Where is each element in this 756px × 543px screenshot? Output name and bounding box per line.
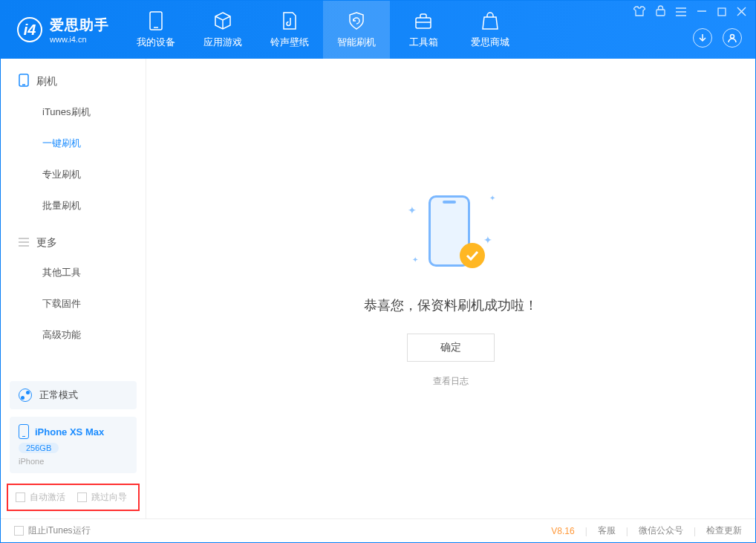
tab-label: 爱思商城 xyxy=(471,36,509,49)
nav-tabs: 我的设备 应用游戏 铃声壁纸 智能刷机 工具箱 爱思商城 xyxy=(123,1,524,59)
sparkle-icon: ✦ xyxy=(483,234,492,246)
group-label: 刷机 xyxy=(36,75,57,88)
user-button[interactable] xyxy=(723,28,742,48)
menu-icon[interactable] xyxy=(676,6,686,19)
success-check-badge-icon xyxy=(460,243,485,268)
svg-point-13 xyxy=(731,35,734,39)
device-icon xyxy=(19,74,29,89)
separator: | xyxy=(694,526,696,536)
sparkle-icon: ✦ xyxy=(408,204,417,216)
app-window: i4 爱思助手 www.i4.cn 我的设备 应用游戏 铃声壁纸 智能刷机 xyxy=(0,0,756,543)
wechat-link[interactable]: 微信公众号 xyxy=(639,524,683,537)
check-update-link[interactable]: 检查更新 xyxy=(706,524,742,537)
tab-label: 我的设备 xyxy=(137,36,175,49)
list-icon xyxy=(19,237,29,249)
sidebar-item-batch-flash[interactable]: 批量刷机 xyxy=(1,190,146,221)
group-label: 更多 xyxy=(36,236,57,250)
support-link[interactable]: 客服 xyxy=(598,524,616,537)
device-name: iPhone XS Max xyxy=(35,426,104,438)
checkbox-label: 跳过向导 xyxy=(91,491,127,504)
tab-store[interactable]: 爱思商城 xyxy=(457,1,524,59)
tab-toolbox[interactable]: 工具箱 xyxy=(390,1,457,59)
statusbar: 阻止iTunes运行 V8.16 | 客服 | 微信公众号 | 检查更新 xyxy=(1,518,755,542)
device-mode-row[interactable]: 正常模式 xyxy=(10,381,137,409)
sidebar-item-itunes-flash[interactable]: iTunes刷机 xyxy=(1,97,146,128)
tshirt-icon[interactable] xyxy=(633,6,645,19)
device-name-row: iPhone XS Max xyxy=(19,424,128,439)
close-button[interactable] xyxy=(737,6,746,19)
tab-label: 应用游戏 xyxy=(203,36,242,49)
tab-label: 铃声壁纸 xyxy=(270,36,309,49)
device-panel: 正常模式 iPhone XS Max 256GB iPhone xyxy=(10,381,137,484)
svg-rect-2 xyxy=(416,18,431,28)
flash-options-box: 自动激活 跳过向导 xyxy=(7,484,140,511)
sparkle-icon: ✦ xyxy=(412,256,418,264)
checkbox-block-itunes[interactable]: 阻止iTunes运行 xyxy=(14,524,91,537)
checkbox-icon xyxy=(14,526,24,536)
tab-apps-games[interactable]: 应用游戏 xyxy=(189,1,256,59)
checkbox-icon xyxy=(16,492,25,502)
sidebar-group-more: 更多 xyxy=(1,221,146,257)
body: 刷机 iTunes刷机 一键刷机 专业刷机 批量刷机 更多 其他工具 下载固件 … xyxy=(1,59,755,518)
titlebar: i4 爱思助手 www.i4.cn 我的设备 应用游戏 铃声壁纸 智能刷机 xyxy=(1,1,755,59)
titlebar-right xyxy=(633,1,755,59)
tab-ringtone-wallpaper[interactable]: 铃声壁纸 xyxy=(256,1,323,59)
sidebar-item-advanced[interactable]: 高级功能 xyxy=(1,319,146,351)
ok-button[interactable]: 确定 xyxy=(407,334,495,362)
sidebar-group-flash: 刷机 xyxy=(1,59,146,97)
checkbox-icon xyxy=(77,492,87,502)
tab-label: 工具箱 xyxy=(409,36,438,49)
version-label: V8.16 xyxy=(551,526,574,536)
svg-rect-4 xyxy=(656,10,665,16)
checkbox-label: 阻止iTunes运行 xyxy=(28,524,91,537)
minimize-button[interactable] xyxy=(697,6,707,19)
separator: | xyxy=(585,526,587,536)
success-message: 恭喜您，保资料刷机成功啦！ xyxy=(364,296,538,314)
toolbox-icon xyxy=(413,10,434,31)
checkbox-label: 自动激活 xyxy=(30,491,65,504)
app-title: 爱思助手 xyxy=(50,16,109,35)
sidebar-item-other-tools[interactable]: 其他工具 xyxy=(1,257,146,288)
window-controls xyxy=(633,5,746,19)
lock-icon[interactable] xyxy=(656,5,665,19)
device-storage: 256GB xyxy=(19,443,59,453)
mode-icon xyxy=(19,388,32,402)
sidebar-item-download-firmware[interactable]: 下载固件 xyxy=(1,288,146,319)
checkbox-skip-guide[interactable]: 跳过向导 xyxy=(77,491,127,504)
main-content: ✦ ✦ ✦ ✦ 恭喜您，保资料刷机成功啦！ 确定 查看日志 xyxy=(146,59,755,518)
sidebar: 刷机 iTunes刷机 一键刷机 专业刷机 批量刷机 更多 其他工具 下载固件 … xyxy=(1,59,146,518)
maximize-button[interactable] xyxy=(717,6,726,19)
tab-label: 智能刷机 xyxy=(337,36,376,49)
music-file-icon xyxy=(279,10,300,31)
device-info-row[interactable]: iPhone XS Max 256GB iPhone xyxy=(10,417,137,473)
svg-rect-9 xyxy=(718,8,726,16)
tab-my-device[interactable]: 我的设备 xyxy=(123,1,189,59)
logo-text: 爱思助手 www.i4.cn xyxy=(50,16,109,44)
device-mode: 正常模式 xyxy=(39,388,78,402)
shield-refresh-icon xyxy=(346,10,367,31)
logo-area: i4 爱思助手 www.i4.cn xyxy=(1,1,123,59)
sidebar-item-pro-flash[interactable]: 专业刷机 xyxy=(1,159,146,190)
cube-icon xyxy=(212,10,233,31)
device-type: iPhone xyxy=(19,457,128,466)
success-illustration: ✦ ✦ ✦ ✦ xyxy=(406,189,495,279)
account-icons xyxy=(693,28,742,48)
phone-icon xyxy=(146,10,166,31)
app-subtitle: www.i4.cn xyxy=(50,35,109,44)
bag-icon xyxy=(480,10,501,31)
sparkle-icon: ✦ xyxy=(489,194,495,202)
sidebar-item-one-click-flash[interactable]: 一键刷机 xyxy=(1,128,146,159)
statusbar-right: V8.16 | 客服 | 微信公众号 | 检查更新 xyxy=(551,524,742,537)
view-log-link[interactable]: 查看日志 xyxy=(433,375,469,388)
phone-small-icon xyxy=(19,424,29,439)
app-logo-icon: i4 xyxy=(17,17,42,42)
tab-smart-flash[interactable]: 智能刷机 xyxy=(323,1,390,59)
checkbox-auto-activate[interactable]: 自动激活 xyxy=(16,491,65,504)
separator: | xyxy=(626,526,628,536)
download-button[interactable] xyxy=(693,28,712,48)
